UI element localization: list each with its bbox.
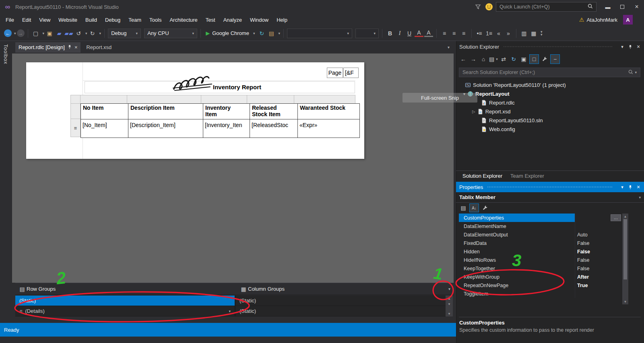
property-pages-wrench-icon[interactable] — [481, 203, 489, 212]
tree-item-web-config[interactable]: Web.config — [456, 125, 643, 134]
bullet-list-icon[interactable]: •≡ — [475, 29, 484, 38]
open-file-icon[interactable]: ▣ — [45, 29, 54, 38]
property-value[interactable]: False — [575, 264, 622, 273]
property-row-keepwithgroup[interactable]: KeepWithGroup After — [459, 273, 622, 281]
row-group-details[interactable]: ≣ (Details) ▾ — [15, 306, 235, 316]
undo-dropdown-icon[interactable]: ▾ — [85, 31, 87, 35]
property-value[interactable]: False — [575, 256, 622, 264]
solution-explorer-titlebar[interactable]: Solution Explorer ▾ × — [456, 41, 644, 52]
tab-report-rdlc-design[interactable]: Report.rdlc [Design] × — [15, 42, 80, 53]
ellipsis-button[interactable]: … — [611, 214, 621, 221]
scrollbar-thumb[interactable] — [623, 219, 627, 279]
property-value[interactable]: Auto — [575, 230, 622, 239]
start-debug-button[interactable]: ▶ Google Chrome ▾ — [204, 30, 256, 36]
tree-item-sln-file[interactable]: ReportLayout50110.sln — [456, 116, 643, 125]
scroll-down-icon[interactable]: ▼ — [622, 299, 628, 304]
property-value[interactable]: After — [575, 273, 622, 281]
property-row-customproperties[interactable]: CustomProperties … — [459, 214, 622, 222]
property-row-hidden[interactable]: Hidden False — [459, 247, 622, 256]
feedback-filter-icon[interactable] — [473, 2, 482, 11]
tablix-row-handle-details[interactable]: ≣ — [70, 119, 80, 137]
menu-help[interactable]: Help — [272, 15, 291, 25]
search-options-dropdown-icon[interactable]: ▾ — [635, 70, 637, 74]
avatar[interactable]: A — [623, 15, 633, 25]
search-icon[interactable] — [628, 70, 633, 76]
menu-view[interactable]: View — [35, 15, 54, 25]
run-target-dropdown-icon[interactable]: ▾ — [253, 31, 255, 35]
property-value[interactable]: False — [575, 239, 622, 247]
grouping-pane-dropdown-icon[interactable]: ▾ — [448, 287, 450, 291]
tablix-row-handles[interactable]: ≣ — [70, 103, 80, 137]
menu-debug[interactable]: Debug — [101, 15, 124, 25]
property-name[interactable]: DataElementOutput — [459, 230, 575, 239]
property-name[interactable]: RepeatOnNewPage — [459, 281, 575, 290]
report-layout-icon[interactable]: ▥ — [520, 29, 528, 38]
report-page[interactable]: Page [&F Inventory Report — [26, 62, 364, 159]
foreground-color-icon[interactable]: A — [415, 30, 423, 37]
close-button[interactable]: × — [630, 1, 644, 12]
tab-solution-explorer[interactable]: Solution Explorer — [458, 171, 506, 181]
menu-file[interactable]: File — [2, 15, 18, 25]
background-color-icon[interactable]: A — [424, 30, 433, 37]
property-row-dataelementname[interactable]: DataElementName — [459, 222, 622, 230]
bold-icon[interactable]: B — [386, 29, 394, 38]
scroll-up-icon[interactable]: ▲ — [622, 214, 628, 219]
report-title-textbox[interactable]: Inventory Report — [85, 81, 355, 93]
menu-tools[interactable]: Tools — [145, 15, 165, 25]
navigate-forward-icon[interactable]: → — [17, 29, 25, 37]
align-left-icon[interactable]: ≡ — [440, 29, 449, 38]
toolbar-overflow-icon[interactable]: ▾ — [278, 31, 280, 35]
property-name[interactable]: HideIfNoRows — [459, 256, 575, 264]
tablix-column-handle[interactable] — [247, 95, 294, 104]
menu-architecture[interactable]: Architecture — [165, 15, 201, 25]
close-panel-icon[interactable]: × — [634, 183, 642, 191]
row-group-static[interactable]: (Static) — [15, 296, 235, 306]
property-name[interactable]: Hidden — [459, 247, 575, 256]
save-icon[interactable]: ▰ — [55, 29, 64, 38]
formatting-overflow-icon[interactable]: ▾▾ — [541, 31, 543, 36]
decrease-indent-icon[interactable]: « — [494, 29, 503, 38]
header-cell[interactable]: Released Stock Item — [250, 104, 297, 119]
attach-debugger-icon[interactable]: ▤ — [267, 29, 276, 38]
property-row-repeatonnewpage[interactable]: RepeatOnNewPage True — [459, 281, 622, 290]
drag-handle[interactable] — [487, 186, 613, 188]
menu-analyze[interactable]: Analyze — [219, 15, 246, 25]
properties-titlebar[interactable]: Properties ▾ × — [456, 182, 644, 192]
property-name[interactable]: CustomProperties — [459, 214, 575, 222]
tree-item-project-reportlayout[interactable]: ▾ ReportLayout — [456, 89, 643, 98]
refresh-icon[interactable]: ↻ — [509, 55, 518, 64]
properties-object-select[interactable]: Tablix Member ▾ — [456, 192, 644, 203]
menu-edit[interactable]: Edit — [18, 15, 35, 25]
menu-window[interactable]: Window — [246, 15, 272, 25]
home-icon[interactable]: ⌂ — [479, 55, 488, 64]
details-group-dropdown-icon[interactable]: ▾ — [229, 309, 231, 313]
collapsed-icon[interactable]: ▷ — [472, 109, 475, 114]
document-list-dropdown-icon[interactable]: ▾ — [448, 45, 450, 49]
grouping-pane-scrollbar[interactable]: ▲ ▼ ▼ — [446, 296, 453, 316]
align-right-icon[interactable]: ≡ — [459, 29, 468, 38]
tree-item-report-rdlc[interactable]: Report.rdlc — [456, 98, 643, 107]
navigate-back-dropdown-icon[interactable]: ▾ — [14, 31, 16, 35]
tablix-column-handle[interactable] — [80, 95, 127, 104]
menu-test[interactable]: Test — [202, 15, 219, 25]
scroll-up-icon[interactable]: ▲ — [446, 296, 453, 301]
refresh-icon[interactable]: ↻ — [257, 29, 266, 38]
numbered-list-icon[interactable]: 1≡ — [485, 29, 493, 38]
property-name[interactable]: DataElementName — [459, 222, 575, 230]
quick-launch-input[interactable]: Quick Launch (Ctrl+Q) — [496, 2, 597, 12]
navigate-back-icon[interactable]: ← — [4, 29, 12, 37]
column-group-static-1[interactable]: (Static) — [235, 296, 446, 306]
forward-icon[interactable]: → — [469, 55, 478, 64]
property-row-hideifnorows[interactable]: HideIfNoRows False — [459, 256, 622, 264]
design-surface[interactable]: Page [&F Inventory Report — [12, 53, 454, 283]
header-cell[interactable]: Waranteed Stock — [298, 104, 359, 119]
property-row-keeptogether[interactable]: KeepTogether False — [459, 264, 622, 273]
textbox-page[interactable]: Page — [327, 68, 343, 78]
tree-item-report-xsd[interactable]: ▷ Report.xsd — [456, 107, 643, 116]
solution-configuration-select[interactable]: Debug▾ — [108, 29, 141, 38]
tablix-column-handle[interactable] — [127, 95, 201, 104]
data-cell[interactable]: [ReleasedStoc — [250, 119, 297, 138]
show-all-files-icon[interactable]: ▣ — [519, 55, 528, 64]
drag-handle[interactable] — [503, 46, 613, 48]
menu-website[interactable]: Website — [54, 15, 81, 25]
